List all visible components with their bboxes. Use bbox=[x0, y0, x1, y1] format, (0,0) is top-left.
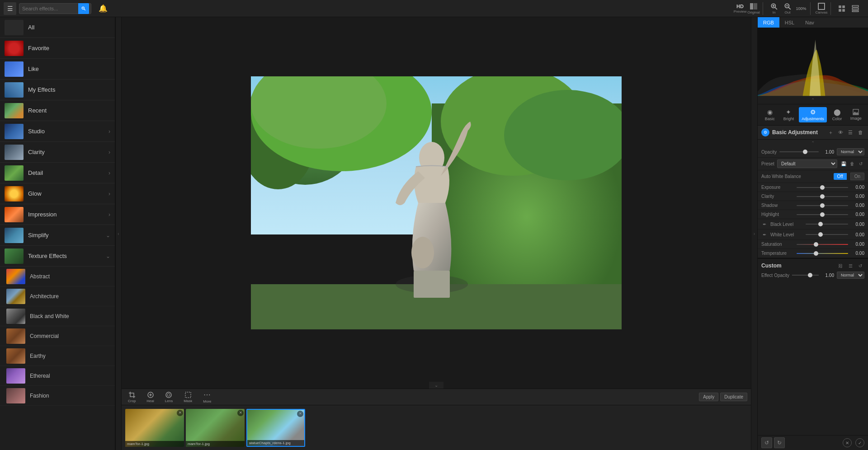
white-level-slider[interactable] bbox=[806, 234, 848, 235]
temperature-slider[interactable] bbox=[797, 253, 848, 254]
zoom-in-button[interactable]: In bbox=[768, 2, 780, 15]
adjustment-collapse-row[interactable]: ⌃ bbox=[758, 140, 868, 146]
black-level-thumb[interactable] bbox=[818, 222, 823, 226]
blend-mode-select[interactable]: Normal Multiply Screen bbox=[837, 148, 864, 155]
effect-opacity-thumb[interactable] bbox=[808, 273, 812, 277]
right-collapse-icon: › bbox=[754, 231, 755, 236]
custom-list-button[interactable]: ☰ bbox=[846, 262, 854, 270]
notification-bell[interactable]: 🔔 bbox=[94, 4, 112, 13]
sidebar-item-architecture[interactable]: Architecture bbox=[0, 286, 115, 306]
sidebar-item-favorite[interactable]: Favorite bbox=[0, 38, 115, 59]
awb-off-button[interactable]: Off bbox=[834, 173, 847, 180]
saturation-slider[interactable] bbox=[797, 244, 848, 245]
undo-button[interactable]: ↺ bbox=[761, 437, 772, 448]
canvas-button[interactable]: Canvas bbox=[815, 2, 828, 15]
black-level-eyedropper[interactable]: ✒ bbox=[761, 221, 768, 227]
sidebar-item-clarity[interactable]: Clarity › bbox=[0, 142, 115, 163]
adj-type-image[interactable]: Image bbox=[847, 108, 864, 122]
original-button[interactable]: Original bbox=[747, 2, 760, 15]
search-button[interactable] bbox=[78, 3, 89, 14]
menu-button[interactable]: ☰ bbox=[4, 2, 16, 15]
sidebar-item-ethereal[interactable]: Ethereal bbox=[0, 366, 115, 386]
white-level-thumb[interactable] bbox=[818, 232, 823, 237]
adj-menu-button[interactable]: ☰ bbox=[846, 128, 854, 136]
temperature-thumb[interactable] bbox=[814, 251, 818, 256]
filmstrip-item-3[interactable]: ✏ statueChapts_rdens-1.jpg ✕ bbox=[246, 409, 305, 447]
svg-rect-13 bbox=[842, 5, 845, 8]
apply-button[interactable]: Apply bbox=[699, 393, 718, 401]
adj-type-basic[interactable]: ◉ Basic bbox=[761, 107, 778, 122]
opacity-slider[interactable] bbox=[779, 151, 819, 152]
black-level-slider[interactable] bbox=[806, 224, 848, 225]
filmstrip-close-2[interactable]: ✕ bbox=[237, 410, 244, 416]
right-panel-collapse-button[interactable]: › bbox=[751, 17, 757, 450]
lens-tool[interactable]: Lens bbox=[162, 390, 175, 404]
mask-tool[interactable]: Mask bbox=[181, 390, 195, 404]
heal-tool[interactable]: Heal bbox=[144, 390, 156, 404]
canvas-collapse-button[interactable]: ⌄ bbox=[429, 382, 443, 389]
duplicate-button[interactable]: Duplicate bbox=[720, 393, 747, 401]
sidebar-item-studio[interactable]: Studio › bbox=[0, 121, 115, 142]
sidebar-item-glow[interactable]: Glow › bbox=[0, 183, 115, 204]
ok-button[interactable]: ✓ bbox=[855, 438, 864, 447]
redo-button[interactable]: ↻ bbox=[774, 437, 785, 448]
custom-connect-button[interactable]: ⛓ bbox=[836, 262, 844, 270]
preset-select[interactable]: Default bbox=[777, 159, 837, 168]
sidebar-item-texture-effects[interactable]: Texture Effects ⌄ bbox=[0, 246, 115, 267]
adj-add-button[interactable]: ＋ bbox=[826, 128, 835, 136]
exposure-slider[interactable] bbox=[797, 187, 848, 188]
left-panel-collapse-button[interactable]: ‹ bbox=[115, 17, 122, 450]
layout-button[interactable] bbox=[849, 2, 862, 15]
more-tool[interactable]: ⋯ More bbox=[200, 389, 214, 404]
exposure-thumb[interactable] bbox=[820, 185, 825, 190]
highlight-thumb[interactable] bbox=[820, 212, 825, 217]
sidebar-item-earthy[interactable]: Earthy bbox=[0, 346, 115, 366]
shadow-thumb[interactable] bbox=[820, 203, 825, 208]
adj-type-bright[interactable]: ✦ Bright bbox=[780, 107, 797, 122]
sidebar-item-recent[interactable]: Recent bbox=[0, 100, 115, 121]
histogram-tab-hsl[interactable]: HSL bbox=[779, 17, 800, 28]
adj-type-color[interactable]: ⬤ Color bbox=[829, 107, 846, 122]
filmstrip-item-2[interactable]: mamTor-1.jpg ✕ bbox=[186, 409, 245, 447]
sidebar-item-like[interactable]: Like bbox=[0, 59, 115, 80]
adj-delete-button[interactable]: 🗑 bbox=[856, 128, 864, 136]
options-button[interactable]: ✕ bbox=[843, 438, 852, 447]
sidebar-item-impression[interactable]: Impression › bbox=[0, 204, 115, 225]
sidebar-item-black-and-white[interactable]: Black and White bbox=[0, 306, 115, 326]
adj-type-adjustments[interactable]: ⚙ Adjustments bbox=[799, 107, 827, 122]
sidebar-item-my-effects[interactable]: My Effects bbox=[0, 80, 115, 100]
effect-opacity-slider[interactable] bbox=[792, 275, 819, 276]
adj-eye-button[interactable]: 👁 bbox=[836, 128, 844, 136]
sidebar-item-all[interactable]: All bbox=[0, 17, 115, 38]
grid-button[interactable] bbox=[835, 2, 848, 15]
preset-delete-button[interactable]: 🗑 bbox=[849, 160, 856, 168]
preview-button[interactable]: HD Preview bbox=[734, 2, 746, 15]
right-panel-collapse-row[interactable]: ⌃ bbox=[758, 96, 868, 104]
shadow-slider[interactable] bbox=[797, 205, 848, 206]
custom-reset-button[interactable]: ↺ bbox=[856, 262, 864, 270]
awb-on-button[interactable]: On bbox=[850, 173, 864, 180]
clarity-thumb[interactable] bbox=[820, 194, 825, 199]
sidebar-item-fashion[interactable]: Fashion bbox=[0, 386, 115, 406]
crop-tool[interactable]: Crop bbox=[125, 390, 138, 404]
sidebar-item-simplify[interactable]: Simplify ⌄ bbox=[0, 225, 115, 246]
histogram-tab-nav[interactable]: Nav bbox=[800, 17, 820, 28]
filmstrip-close-1[interactable]: ✕ bbox=[177, 410, 183, 416]
zoom-100-button[interactable]: 100% bbox=[795, 2, 807, 15]
preset-save-button[interactable]: 💾 bbox=[840, 160, 847, 168]
white-level-eyedropper[interactable]: ✒ bbox=[761, 231, 768, 238]
saturation-thumb[interactable] bbox=[814, 242, 818, 247]
filmstrip-close-3[interactable]: ✕ bbox=[297, 411, 303, 417]
highlight-slider[interactable] bbox=[797, 214, 848, 215]
search-input[interactable] bbox=[19, 6, 78, 11]
opacity-thumb[interactable] bbox=[803, 150, 807, 154]
histogram-tab-rgb[interactable]: RGB bbox=[758, 17, 779, 28]
preset-reset-button[interactable]: ↺ bbox=[857, 160, 864, 168]
sidebar-item-abstract[interactable]: Abstract bbox=[0, 267, 115, 286]
filmstrip-item-1[interactable]: mamTor-1.jpg ✕ bbox=[125, 409, 184, 447]
sidebar-item-detail[interactable]: Detail › bbox=[0, 163, 115, 183]
clarity-slider[interactable] bbox=[797, 196, 848, 197]
zoom-out-button[interactable]: Out bbox=[781, 2, 794, 15]
sidebar-item-commercial[interactable]: Commercial bbox=[0, 326, 115, 346]
effect-blend-mode-select[interactable]: Normal Multiply bbox=[837, 272, 864, 279]
